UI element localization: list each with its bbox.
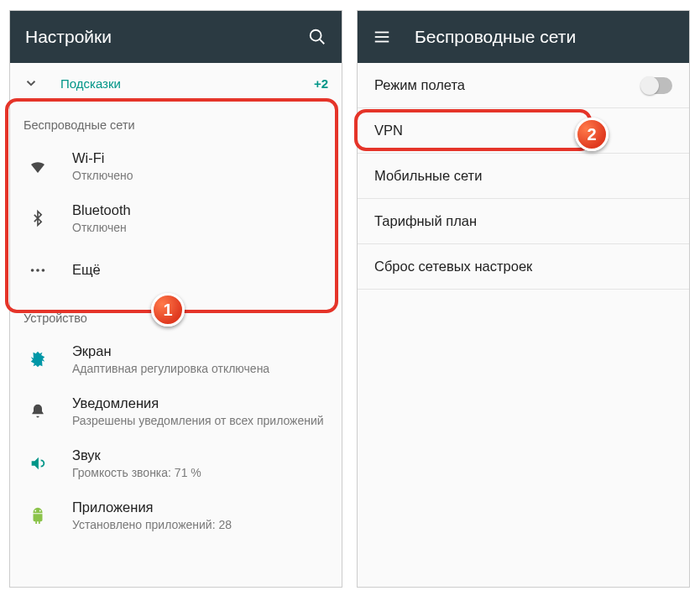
bluetooth-icon — [24, 208, 52, 228]
more-item[interactable]: Ещё — [10, 244, 342, 296]
suggestions-count: +2 — [314, 76, 328, 91]
volume-icon — [24, 454, 52, 473]
more-title: Ещё — [72, 261, 328, 279]
sound-sub: Громкость звонка: 71 % — [72, 465, 328, 480]
wifi-icon — [24, 156, 52, 176]
page-title: Настройки — [25, 27, 285, 47]
brightness-icon — [24, 350, 52, 369]
wifi-item[interactable]: Wi-Fi Отключено — [10, 140, 342, 192]
sound-title: Звук — [72, 447, 328, 464]
wireless-screen: Беспроводные сети Режим полета VPN Мобил… — [357, 10, 690, 588]
svg-point-2 — [31, 269, 34, 272]
bluetooth-item[interactable]: Bluetooth Отключен — [10, 192, 342, 244]
bluetooth-title: Bluetooth — [72, 201, 328, 219]
display-item[interactable]: Экран Адаптивная регулировка отключена — [10, 333, 342, 385]
apps-sub: Установлено приложений: 28 — [72, 517, 328, 532]
plan-label: Тарифный план — [374, 213, 477, 229]
apps-item[interactable]: Приложения Установлено приложений: 28 — [10, 489, 342, 541]
notifications-title: Уведомления — [72, 395, 328, 412]
appbar: Беспроводные сети — [358, 11, 689, 63]
airplane-label: Режим полета — [374, 77, 465, 93]
wifi-title: Wi-Fi — [72, 149, 328, 167]
chevron-down-icon — [24, 76, 49, 91]
svg-point-5 — [34, 510, 36, 512]
reset-item[interactable]: Сброс сетевых настроек — [358, 244, 689, 290]
hamburger-icon[interactable] — [373, 28, 391, 46]
airplane-toggle[interactable] — [642, 77, 672, 94]
section-header-wireless: Беспроводные сети — [10, 103, 342, 140]
bluetooth-sub: Отключен — [72, 220, 328, 235]
sound-item[interactable]: Звук Громкость звонка: 71 % — [10, 437, 342, 489]
vpn-label: VPN — [374, 123, 403, 139]
appbar: Настройки — [10, 11, 342, 63]
suggestions-row[interactable]: Подсказки +2 — [10, 63, 342, 103]
dots-icon — [24, 261, 52, 280]
mobile-item[interactable]: Мобильные сети — [358, 154, 689, 199]
notifications-item[interactable]: Уведомления Разрешены уведомления от все… — [10, 385, 342, 437]
display-sub: Адаптивная регулировка отключена — [72, 361, 328, 376]
notifications-sub: Разрешены уведомления от всех приложений — [72, 413, 328, 428]
reset-label: Сброс сетевых настроек — [374, 259, 532, 274]
svg-line-1 — [320, 39, 324, 44]
step-badge-1: 1 — [151, 293, 185, 327]
svg-point-3 — [36, 269, 39, 272]
svg-point-0 — [311, 30, 321, 41]
apps-title: Приложения — [72, 499, 328, 516]
android-icon — [24, 506, 52, 525]
mobile-label: Мобильные сети — [374, 168, 482, 184]
search-icon[interactable] — [308, 28, 326, 46]
svg-point-4 — [42, 269, 45, 272]
airplane-item[interactable]: Режим полета — [358, 63, 689, 108]
display-title: Экран — [72, 342, 328, 360]
svg-point-6 — [39, 510, 41, 512]
wifi-sub: Отключено — [72, 168, 328, 183]
page-title: Беспроводные сети — [415, 27, 674, 47]
bell-icon — [24, 402, 52, 421]
vpn-item[interactable]: VPN — [358, 108, 689, 154]
step-badge-2: 2 — [575, 118, 609, 151]
plan-item[interactable]: Тарифный план — [358, 199, 689, 244]
suggestions-label: Подсказки — [60, 76, 314, 91]
